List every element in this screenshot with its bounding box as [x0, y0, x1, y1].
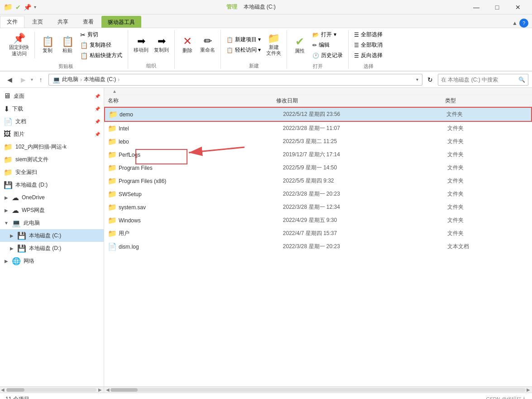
- address-dropdown-icon[interactable]: ▾: [416, 77, 418, 82]
- sidebar-item-siem[interactable]: 📁 siem测试文件: [0, 153, 104, 166]
- select-all-button[interactable]: ☰ 全部选择: [352, 30, 384, 39]
- thispc-icon: 💻: [12, 219, 21, 227]
- copy-path-button[interactable]: 📋 复制路径: [78, 40, 124, 50]
- move-label: 移动到: [134, 47, 149, 53]
- sidebar-item-pictures[interactable]: 🖼 图片 📌: [0, 128, 104, 140]
- file-row-programfilesx86[interactable]: 📁 Program Files (x86) 2022/5/5 星期四 9:32 …: [104, 174, 532, 187]
- address-bar[interactable]: 💻 此电脑 › 本地磁盘 (C:) › ▾: [48, 74, 422, 86]
- sidebar-item-thispc[interactable]: ▼ 💻 此电脑: [0, 216, 104, 229]
- sidebar-102-label: 102_内网扫描-网运-k: [15, 143, 67, 151]
- pin-icon: 📌: [24, 4, 31, 11]
- edit-label: [178, 62, 217, 69]
- copy-button[interactable]: 📋 复制: [38, 35, 57, 55]
- sidebar-item-onedrive[interactable]: ▶ ☁ OneDrive: [0, 191, 104, 204]
- delete-button[interactable]: ✕ 删除: [178, 34, 197, 55]
- disk-title: 本地磁盘 (C:): [244, 4, 276, 10]
- file-icon-lebo: 📁: [108, 137, 117, 146]
- up-button[interactable]: ↑: [35, 74, 47, 86]
- sidebar-item-wps[interactable]: ▶ ☁ WPS网盘: [0, 204, 104, 216]
- copy-to-icon: ➡: [158, 36, 166, 46]
- scroll-left2-icon[interactable]: ◀: [105, 387, 110, 392]
- tab-manage[interactable]: 驱动器工具: [101, 16, 141, 28]
- close-button[interactable]: ✕: [508, 0, 528, 14]
- file-type-programfiles: 文件夹: [447, 164, 528, 172]
- app-icon: 📁: [4, 3, 13, 11]
- hscroll-track[interactable]: [110, 388, 526, 392]
- tab-file[interactable]: 文件: [0, 16, 24, 28]
- paste-button[interactable]: 📋 粘贴: [58, 35, 77, 55]
- minimize-button[interactable]: —: [466, 0, 487, 14]
- tab-share[interactable]: 共享: [51, 16, 75, 28]
- sidebar-item-drived[interactable]: 💾 本地磁盘 (D:): [0, 178, 104, 191]
- refresh-button[interactable]: ↻: [424, 74, 436, 86]
- scroll-right-icon[interactable]: ▶: [97, 387, 103, 392]
- back-button[interactable]: ◀: [4, 74, 15, 86]
- file-row-dismlog[interactable]: 📄 dism.log 2022/3/28 星期一 20:23 文本文档: [104, 240, 532, 253]
- sidebar-item-security[interactable]: 📁 安全漏扫: [0, 166, 104, 178]
- file-row-swsetup[interactable]: 📁 SWSetup 2022/3/28 星期一 20:23 文件夹: [104, 187, 532, 201]
- file-row-perflogs[interactable]: 📁 PerfLogs 2019/12/7 星期六 17:14 文件夹: [104, 148, 532, 161]
- maximize-button[interactable]: □: [487, 0, 508, 14]
- hscroll-thumb[interactable]: [110, 388, 138, 392]
- sidebar-item-network[interactable]: ▶ 🌐 网络: [0, 255, 104, 267]
- cut-button[interactable]: ✂ 剪切: [78, 30, 124, 39]
- copy-to-button[interactable]: ➡ 复制到: [152, 35, 171, 54]
- file-row-systemsav[interactable]: 📁 system.sav 2022/3/28 星期一 12:34 文件夹: [104, 201, 532, 214]
- file-row-demo[interactable]: 📁 demo 2022/5/12 星期四 23:56 文件夹: [104, 107, 532, 122]
- file-date-intel: 2022/3/28 星期一 11:07: [283, 125, 446, 132]
- sidebar-item-download[interactable]: ⬇ 下载 📌: [0, 102, 104, 115]
- sidebar-item-102[interactable]: 📁 102_内网扫描-网运-k: [0, 140, 104, 153]
- history-button[interactable]: 🕐 历史记录: [311, 51, 345, 60]
- rename-button[interactable]: ✏ 重命名: [198, 35, 217, 54]
- open-file-button[interactable]: 📂 打开 ▾: [311, 30, 345, 39]
- scroll-right2-icon[interactable]: ▶: [526, 387, 531, 392]
- paste-shortcut-button[interactable]: 📋 粘贴快捷方式: [78, 51, 124, 60]
- sidebar-item-desktop[interactable]: 🖥 桌面 📌: [0, 90, 104, 102]
- col-header-date[interactable]: 修改日期: [276, 97, 443, 105]
- file-icon-systemsav: 📁: [108, 203, 117, 212]
- file-row-users[interactable]: 📁 用户 2022/4/7 星期四 15:37 文件夹: [104, 227, 532, 240]
- edit-file-button[interactable]: ✏ 编辑: [311, 40, 345, 50]
- breadcrumb-localc[interactable]: 本地磁盘 (C:): [84, 76, 116, 83]
- help-button[interactable]: ?: [519, 19, 528, 28]
- sidebar-item-locald[interactable]: ▶ 💾 本地磁盘 (D:): [0, 242, 104, 255]
- properties-button[interactable]: ✔ 属性: [291, 35, 309, 55]
- scroll-left-icon[interactable]: ◀: [0, 387, 5, 392]
- sidebar-item-localc[interactable]: ▶ 💾 本地磁盘 (C:): [0, 229, 104, 242]
- dropdown-nav-icon[interactable]: ▾: [31, 77, 33, 82]
- file-row-programfiles[interactable]: 📁 Program Files 2022/5/9 星期一 14:50 文件夹: [104, 161, 532, 174]
- col-header-type[interactable]: 类型: [445, 97, 528, 105]
- forward-button[interactable]: ▶: [17, 74, 29, 86]
- new-item-button[interactable]: 📋 新建项目 ▾: [225, 35, 263, 44]
- localc-icon: 💾: [17, 231, 26, 240]
- file-name-systemsav: system.sav: [119, 204, 281, 211]
- folder-102-icon: 📁: [4, 143, 13, 151]
- pin-to-quick-button[interactable]: 📌 固定到快速访问: [7, 32, 31, 58]
- file-date-dismlog: 2022/3/28 星期一 20:23: [283, 243, 446, 250]
- col-header-name[interactable]: 名称: [108, 97, 274, 105]
- file-date-swsetup: 2022/3/28 星期一 20:23: [283, 190, 446, 198]
- breadcrumb-thispc[interactable]: 此电脑: [62, 76, 78, 83]
- move-to-button[interactable]: ➡ 移动到: [132, 35, 150, 54]
- new-folder-button[interactable]: 📁 新建文件夹: [264, 32, 283, 58]
- file-icon-intel: 📁: [108, 124, 117, 133]
- cut-label: 剪切: [87, 31, 98, 38]
- tab-home[interactable]: 主页: [25, 16, 50, 28]
- move-icon: ➡: [137, 36, 145, 46]
- sidebar-item-documents[interactable]: 📄 文档 📌: [0, 115, 104, 128]
- copy-path-label: 复制路径: [90, 41, 111, 49]
- breadcrumb-sep2: ›: [118, 77, 120, 83]
- file-type-lebo: 文件夹: [447, 138, 528, 145]
- search-input[interactable]: [441, 77, 517, 83]
- file-row-windows[interactable]: 📁 Windows 2022/4/29 星期五 9:30 文件夹: [104, 214, 532, 227]
- file-row-intel[interactable]: 📁 Intel 2022/3/28 星期一 11:07 文件夹: [104, 122, 532, 135]
- tab-view[interactable]: 查看: [76, 16, 101, 28]
- easy-access-button[interactable]: 📋 轻松访问 ▾: [225, 45, 263, 55]
- invert-selection-button[interactable]: ☰ 反向选择: [352, 51, 384, 60]
- deselect-all-button[interactable]: ☰ 全部取消: [352, 40, 384, 50]
- file-row-lebo[interactable]: 📁 lebo 2022/5/3 星期二 11:25 文件夹: [104, 135, 532, 148]
- search-bar[interactable]: 🔍: [438, 74, 528, 86]
- pin-download-icon: 📌: [95, 106, 100, 111]
- onedrive-icon: ☁: [12, 193, 19, 202]
- search-icon: 🔍: [518, 77, 525, 83]
